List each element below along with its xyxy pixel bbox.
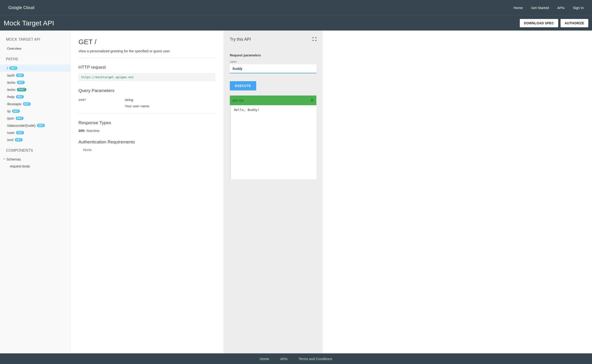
response-body: Hello, Buddy! bbox=[230, 105, 316, 179]
method-badge: GET bbox=[37, 124, 45, 127]
sidebar-path-item[interactable]: /userGET bbox=[0, 129, 70, 136]
sidebar-schemas-label: Schemas bbox=[7, 157, 21, 161]
method-badge: POST bbox=[17, 88, 26, 91]
method-badge: GET bbox=[15, 138, 23, 142]
api-title: Mock Target API bbox=[4, 19, 54, 27]
top-header: Google Cloud Home Get Started APIs Sign … bbox=[0, 0, 592, 15]
auth-heading: Authentication Requirements bbox=[79, 139, 216, 144]
response-code: 200: bbox=[79, 129, 86, 132]
http-request-heading: HTTP request bbox=[79, 65, 216, 70]
logo-bold: Google bbox=[8, 5, 22, 10]
sidebar-path-label: /user bbox=[7, 131, 15, 135]
method-badge: GET bbox=[17, 81, 25, 84]
execute-button[interactable]: EXECUTE bbox=[230, 81, 256, 91]
footer-terms[interactable]: Terms and Conditions bbox=[299, 357, 332, 361]
auth-none: None. bbox=[79, 148, 216, 152]
try-panel: Try this API Request parameters user EXE… bbox=[223, 31, 323, 353]
query-params-table: user string Your user name. bbox=[79, 97, 216, 113]
sidebar-path-label: /xml bbox=[7, 138, 13, 142]
nav-get-started[interactable]: Get Started bbox=[531, 6, 549, 10]
sidebar-schema-item-label: request-body bbox=[10, 164, 30, 168]
sidebar-path-item[interactable]: /echoGET bbox=[0, 79, 70, 86]
method-badge: GET bbox=[16, 131, 24, 134]
footer-home[interactable]: Home bbox=[260, 357, 269, 361]
sidebar-path-item[interactable]: /iloveapisGET bbox=[0, 100, 70, 108]
sidebar-path-item[interactable]: /GET bbox=[0, 65, 70, 72]
endpoint-description: View a personalized greeting for the spe… bbox=[79, 49, 216, 58]
try-header: Try this API bbox=[230, 37, 316, 42]
sub-header: Mock Target API DOWNLOAD SPEC AUTHORIZE bbox=[0, 15, 592, 31]
param-details: string Your user name. bbox=[125, 98, 216, 108]
authorize-button[interactable]: AUTHORIZE bbox=[560, 19, 588, 27]
method-badge: GET bbox=[16, 73, 24, 77]
sidebar-path-label: /help bbox=[7, 95, 15, 99]
download-spec-button[interactable]: DOWNLOAD SPEC bbox=[520, 19, 558, 27]
sidebar-path-label: / bbox=[7, 66, 8, 70]
try-title: Try this API bbox=[230, 37, 251, 42]
chevron-down-icon bbox=[3, 159, 5, 160]
footer-apis[interactable]: APIs bbox=[280, 357, 288, 361]
sidebar-path-label: /auth bbox=[7, 73, 15, 77]
sidebar-components-title: COMPONENTS bbox=[0, 148, 70, 156]
sidebar-path-item[interactable]: /authGET bbox=[0, 72, 70, 79]
sidebar-schema-item[interactable]: request-body bbox=[0, 162, 70, 170]
response-types-heading: Response Types bbox=[79, 120, 216, 125]
logo-suffix: Cloud bbox=[22, 5, 34, 10]
sidebar-api-title: MOCK TARGET API bbox=[0, 37, 70, 45]
endpoint-title: GET / bbox=[79, 38, 216, 46]
sidebar-path-item[interactable]: /ipGET bbox=[0, 108, 70, 115]
sidebar-path-label: /statuscode/{code} bbox=[7, 124, 35, 127]
method-badge: GET bbox=[9, 66, 17, 70]
param-desc: Your user name. bbox=[125, 104, 216, 108]
sidebar-schemas[interactable]: Schemas bbox=[0, 156, 70, 162]
footer: Home APIs Terms and Conditions bbox=[0, 353, 592, 364]
response-text: Success bbox=[86, 129, 99, 132]
layout: MOCK TARGET API Overview PATHS /GET/auth… bbox=[0, 31, 592, 353]
sidebar-path-label: /echo bbox=[7, 88, 15, 91]
method-badge: GET bbox=[16, 117, 24, 120]
sidebar: MOCK TARGET API Overview PATHS /GET/auth… bbox=[0, 31, 71, 353]
method-badge: GET bbox=[12, 109, 20, 113]
nav-sign-in[interactable]: Sign In bbox=[573, 6, 584, 10]
nav-home[interactable]: Home bbox=[513, 6, 523, 10]
sidebar-path-label: /json bbox=[7, 116, 14, 120]
sidebar-path-item[interactable]: /statuscode/{code}GET bbox=[0, 122, 70, 129]
sidebar-path-item[interactable]: /xmlGET bbox=[0, 136, 70, 143]
sidebar-paths-title: PATHS bbox=[0, 56, 70, 65]
status-bar: 200 OK ✕ bbox=[230, 96, 316, 105]
sidebar-path-item[interactable]: /helpGET bbox=[0, 93, 70, 100]
sidebar-overview[interactable]: Overview bbox=[0, 45, 70, 52]
sidebar-path-item[interactable]: /jsonGET bbox=[0, 115, 70, 122]
status-text: 200 OK bbox=[232, 98, 244, 103]
request-parameters-label: Request parameters bbox=[230, 53, 316, 57]
expand-icon[interactable] bbox=[313, 37, 316, 42]
sidebar-path-label: /iloveapis bbox=[7, 102, 21, 106]
method-badge: GET bbox=[16, 95, 24, 98]
param-name: user bbox=[79, 98, 125, 108]
user-input[interactable] bbox=[230, 64, 316, 73]
google-cloud-logo[interactable]: Google Cloud bbox=[8, 5, 34, 10]
sidebar-overview-label: Overview bbox=[7, 46, 21, 50]
nav-links: Home Get Started APIs Sign In bbox=[513, 6, 584, 10]
sidebar-path-item[interactable]: /echoPOST bbox=[0, 86, 70, 93]
main-content: GET / View a personalized greeting for t… bbox=[71, 31, 223, 353]
sidebar-path-label: /ip bbox=[7, 109, 11, 113]
close-icon[interactable]: ✕ bbox=[310, 98, 314, 103]
param-type: string bbox=[125, 98, 216, 102]
header-buttons: DOWNLOAD SPEC AUTHORIZE bbox=[520, 19, 588, 27]
nav-apis[interactable]: APIs bbox=[557, 6, 565, 10]
http-request-url: https://mocktarget.apigee.net bbox=[79, 73, 216, 81]
method-badge: GET bbox=[23, 102, 31, 106]
param-row: user string Your user name. bbox=[79, 97, 216, 109]
response-line: 200: Success bbox=[79, 129, 216, 132]
sidebar-path-label: /echo bbox=[7, 80, 15, 84]
try-param-name: user bbox=[230, 60, 316, 63]
query-params-heading: Query Parameters bbox=[79, 88, 216, 93]
